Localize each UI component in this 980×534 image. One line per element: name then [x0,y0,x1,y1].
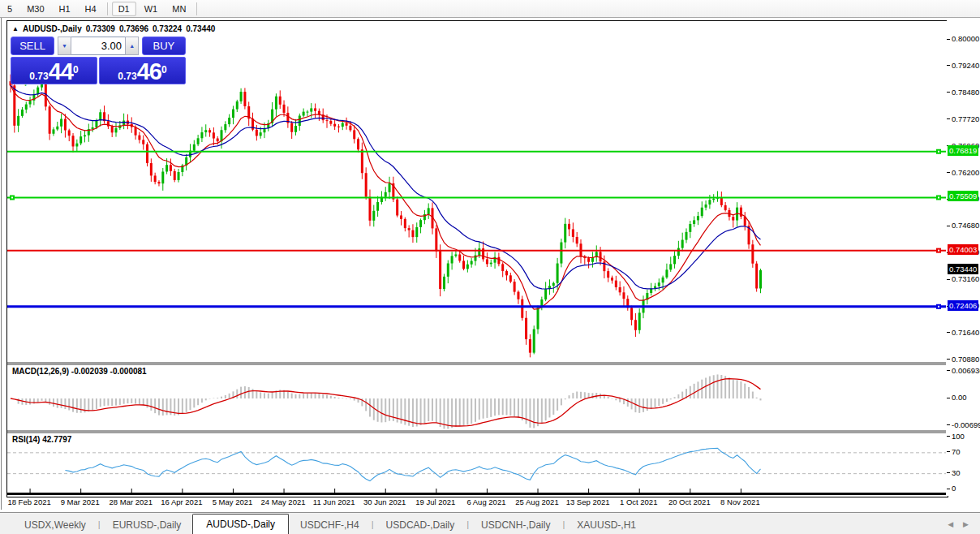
candle-body [732,217,734,220]
timeframe-toolbar: 5M30H1H4D1W1MN [0,0,980,18]
buy-button[interactable]: BUY [142,37,186,55]
price-tick-label: 0.73160 [952,274,979,283]
macd-histogram-bar [591,393,593,398]
tab-usdcnh-daily[interactable]: USDCNH-,Daily [470,516,561,534]
macd-histogram-bar [221,397,222,398]
candle-body [361,149,363,173]
candle-body [275,97,277,110]
macd-histogram-bar [186,398,187,412]
macd-histogram-bar [240,387,242,398]
spin-up-icon: ▲ [129,43,135,49]
sell-price-sup: 0 [73,58,79,82]
macd-histogram-bar [260,392,261,398]
candle-body [138,136,140,140]
macd-histogram-bar [494,398,496,416]
candle-body [60,119,62,127]
candle-body [349,126,351,131]
candle-body [326,120,329,121]
timeframe-button-mn[interactable]: MN [165,2,192,16]
tab-audusd-daily[interactable]: AUDUSD-,Daily [192,514,289,534]
candle-body [353,130,355,139]
date-axis-label: 24 May 2021 [255,497,312,506]
tab-scroll-left-icon[interactable]: ◀ [948,520,953,528]
macd-histogram-bar [229,394,230,398]
macd-histogram-bar [561,398,562,405]
collapse-arrow-icon[interactable]: ▲ [12,25,19,32]
candle-body [135,127,137,136]
candle-body [193,144,196,151]
candle-body [458,254,461,261]
macd-histogram-bar [729,377,730,398]
price-chart-canvas[interactable]: ↓↓ [7,21,946,495]
candle-body [462,261,465,269]
timeframe-button-h1[interactable]: H1 [53,2,77,16]
macd-histogram-bar [166,398,168,415]
candle-body [497,257,500,265]
date-axis-label: 20 Oct 2021 [661,497,718,506]
macd-histogram-bar [666,398,668,402]
volume-input[interactable] [71,37,125,55]
candle-body [669,264,672,269]
candle-body [622,292,625,299]
candle-body [165,165,168,171]
macd-histogram-bar [619,398,621,403]
candle-body [557,264,559,283]
candle-body [52,129,54,133]
macd-histogram-bar [451,398,453,428]
date-axis-label: 25 Aug 2021 [509,497,565,506]
timeframe-button-d1[interactable]: D1 [112,2,136,16]
timeframe-button-m30[interactable]: M30 [20,2,50,16]
sell-price-big: 44 [49,61,73,83]
candle-body [342,123,344,127]
price-level-badge: 0.72406 [948,300,978,311]
candle-body [415,227,418,237]
volume-decrease-button[interactable]: ▼ [58,37,71,55]
candle-body [299,116,301,127]
timeframe-button-w1[interactable]: W1 [138,2,165,16]
timeframe-button-h4[interactable]: H4 [79,2,103,16]
buy-price-panel[interactable]: 0.73 46 0 [99,57,186,84]
macd-histogram-bar [45,398,46,402]
candle-body [454,254,457,256]
candle-body [365,173,368,196]
candle-body [689,224,691,232]
candle-body [283,105,286,113]
date-axis-label: 11 Jun 2021 [306,497,363,506]
candle-body [615,281,617,287]
date-axis-label: 16 Apr 2021 [153,497,210,506]
volume-increase-button[interactable]: ▲ [125,37,139,55]
macd-histogram-bar [634,398,636,412]
macd-histogram-bar [96,398,97,409]
sell-button[interactable]: SELL [11,37,54,55]
tab-scroll-right-icon[interactable]: ▶ [963,520,969,528]
tab-xauusd-h1[interactable]: XAUUSD-,H1 [565,516,647,534]
macd-histogram-bar [346,398,347,399]
rsi-tick-label: 30 [952,468,961,477]
candle-body [419,220,422,227]
date-axis-label: 30 Jun 2021 [356,497,413,506]
price-tick-label: 0.70880 [952,355,979,364]
tab-eurusd-daily[interactable]: EURUSD-,Daily [101,516,193,534]
macd-histogram-bar [287,391,289,398]
tab-usdx-weekly[interactable]: USDX,Weekly [13,516,97,534]
date-axis-label: 9 Mar 2021 [52,497,109,506]
tab-usdcad-daily[interactable]: USDCAD-,Daily [375,516,466,534]
date-axis-label: 6 Aug 2021 [458,497,514,506]
tab-usdchf-h4[interactable]: USDCHF-,H4 [289,516,371,534]
macd-histogram-bar [131,398,132,403]
candle-body [755,264,758,289]
timeframe-button-5[interactable]: 5 [1,2,19,16]
candle-body [603,261,605,271]
candle-body [435,228,437,251]
macd-histogram-bar [334,397,336,398]
candle-body [72,136,75,146]
macd-histogram-bar [104,398,105,406]
sell-price-panel[interactable]: 0.73 44 0 [11,57,97,84]
macd-histogram-bar [268,394,269,398]
macd-histogram-bar [681,392,683,398]
price-tick-label: 0.78480 [952,88,979,97]
candle-body [111,127,114,133]
macd-histogram-bar [526,398,527,424]
macd-histogram-bar [518,398,519,418]
candle-body [720,197,723,205]
